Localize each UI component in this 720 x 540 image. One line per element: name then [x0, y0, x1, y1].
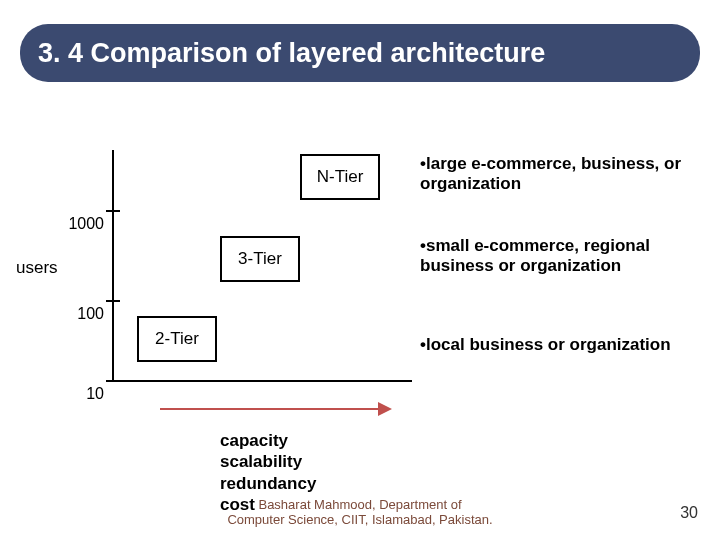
- y-axis-title: users: [16, 258, 58, 278]
- x-axis-arrow-line: [160, 408, 380, 410]
- three-tier-label: 3-Tier: [238, 249, 282, 269]
- note-two-tier: •local business or organization: [420, 335, 671, 355]
- footer-credit: Basharat Mahmood, Department of Computer…: [0, 498, 720, 528]
- footer-line1: Basharat Mahmood, Department of: [258, 497, 461, 512]
- y-label-100: 100: [54, 305, 104, 323]
- x-label-redundancy: redundancy: [220, 473, 316, 494]
- note-n-tier: •large e-commerce, business, or organiza…: [420, 154, 710, 195]
- comparison-diagram: 1000 100 10 users N-Tier 3-Tier 2-Tier c…: [10, 140, 710, 470]
- n-tier-label: N-Tier: [317, 167, 364, 187]
- y-tick-10: [106, 380, 120, 382]
- x-label-capacity: capacity: [220, 430, 316, 451]
- three-tier-box: 3-Tier: [220, 236, 300, 282]
- y-tick-1000: [106, 210, 120, 212]
- note-two-tier-text: local business or organization: [426, 335, 671, 354]
- note-three-tier-text: small e-commerce, regional business or o…: [420, 236, 650, 275]
- page-number: 30: [680, 504, 698, 522]
- slide-title-bar: 3. 4 Comparison of layered architecture: [20, 24, 700, 82]
- y-axis-line: [112, 150, 114, 380]
- slide-title: 3. 4 Comparison of layered architecture: [38, 38, 545, 69]
- footer-line2: Computer Science, CIIT, Islamabad, Pakis…: [227, 512, 492, 527]
- x-label-scalability: scalability: [220, 451, 316, 472]
- y-label-10: 10: [54, 385, 104, 403]
- note-three-tier: •small e-commerce, regional business or …: [420, 236, 710, 277]
- n-tier-box: N-Tier: [300, 154, 380, 200]
- y-tick-100: [106, 300, 120, 302]
- x-axis-line: [112, 380, 412, 382]
- two-tier-box: 2-Tier: [137, 316, 217, 362]
- x-axis-arrow-head-icon: [378, 402, 392, 416]
- two-tier-label: 2-Tier: [155, 329, 199, 349]
- note-n-tier-text: large e-commerce, business, or organizat…: [420, 154, 681, 193]
- y-label-1000: 1000: [54, 215, 104, 233]
